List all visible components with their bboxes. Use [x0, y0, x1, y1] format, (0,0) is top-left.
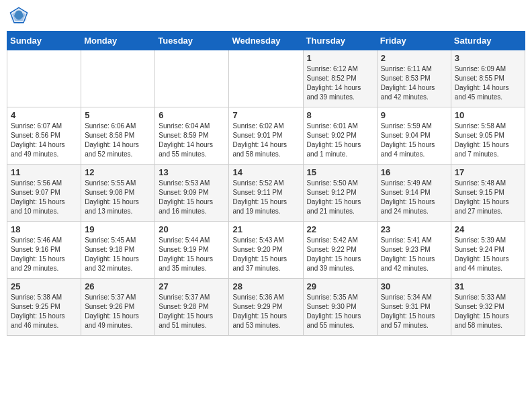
- day-number: 16: [381, 167, 447, 177]
- calendar-week-3: 11Sunrise: 5:56 AMSunset: 9:07 PMDayligh…: [7, 165, 525, 222]
- calendar-cell: 1Sunrise: 6:12 AMSunset: 8:52 PMDaylight…: [303, 50, 377, 107]
- day-number: 6: [159, 110, 225, 120]
- calendar-cell: 27Sunrise: 5:37 AMSunset: 9:28 PMDayligh…: [155, 279, 229, 336]
- day-info: Sunrise: 5:36 AMSunset: 9:29 PMDaylight:…: [232, 293, 299, 330]
- day-number: 30: [381, 281, 447, 291]
- calendar-table: SundayMondayTuesdayWednesdayThursdayFrid…: [7, 31, 525, 336]
- day-number: 13: [159, 167, 225, 177]
- day-number: 26: [85, 281, 151, 291]
- calendar-cell: 5Sunrise: 6:06 AMSunset: 8:58 PMDaylight…: [81, 107, 155, 165]
- calendar-cell: 20Sunrise: 5:44 AMSunset: 9:19 PMDayligh…: [155, 222, 229, 279]
- calendar-cell: 21Sunrise: 5:43 AMSunset: 9:20 PMDayligh…: [229, 222, 303, 279]
- day-info: Sunrise: 5:41 AMSunset: 9:23 PMDaylight:…: [381, 236, 447, 273]
- calendar-cell: 19Sunrise: 5:45 AMSunset: 9:18 PMDayligh…: [81, 222, 155, 279]
- day-info: Sunrise: 5:35 AMSunset: 9:30 PMDaylight:…: [307, 293, 373, 330]
- calendar-cell: [81, 50, 155, 107]
- day-info: Sunrise: 5:44 AMSunset: 9:19 PMDaylight:…: [159, 236, 225, 273]
- calendar-cell: 6Sunrise: 6:04 AMSunset: 8:59 PMDaylight…: [155, 107, 229, 165]
- calendar-week-4: 18Sunrise: 5:46 AMSunset: 9:16 PMDayligh…: [7, 222, 525, 279]
- day-info: Sunrise: 6:06 AMSunset: 8:58 PMDaylight:…: [85, 122, 151, 159]
- calendar-cell: 22Sunrise: 5:42 AMSunset: 9:22 PMDayligh…: [303, 222, 377, 279]
- day-info: Sunrise: 5:56 AMSunset: 9:07 PMDaylight:…: [11, 179, 77, 216]
- day-number: 18: [11, 224, 77, 234]
- weekday-header-saturday: Saturday: [451, 32, 525, 50]
- calendar-cell: [229, 50, 303, 107]
- day-number: 24: [455, 224, 521, 234]
- calendar-cell: 14Sunrise: 5:52 AMSunset: 9:11 PMDayligh…: [229, 165, 303, 222]
- day-info: Sunrise: 5:45 AMSunset: 9:18 PMDaylight:…: [85, 236, 151, 273]
- day-number: 28: [232, 281, 299, 291]
- calendar-cell: 24Sunrise: 5:39 AMSunset: 9:24 PMDayligh…: [451, 222, 525, 279]
- logo-icon: [9, 7, 28, 26]
- calendar-cell: 7Sunrise: 6:02 AMSunset: 9:01 PMDaylight…: [229, 107, 303, 165]
- calendar-cell: 15Sunrise: 5:50 AMSunset: 9:12 PMDayligh…: [303, 165, 377, 222]
- day-number: 1: [307, 53, 373, 63]
- day-info: Sunrise: 5:34 AMSunset: 9:31 PMDaylight:…: [381, 293, 447, 330]
- calendar-week-1: 1Sunrise: 6:12 AMSunset: 8:52 PMDaylight…: [7, 50, 525, 107]
- day-info: Sunrise: 6:02 AMSunset: 9:01 PMDaylight:…: [232, 122, 299, 159]
- calendar-cell: 12Sunrise: 5:55 AMSunset: 9:08 PMDayligh…: [81, 165, 155, 222]
- day-number: 12: [85, 167, 151, 177]
- day-info: Sunrise: 6:01 AMSunset: 9:02 PMDaylight:…: [307, 122, 373, 159]
- calendar-cell: 18Sunrise: 5:46 AMSunset: 9:16 PMDayligh…: [7, 222, 81, 279]
- day-number: 22: [307, 224, 373, 234]
- calendar-cell: 29Sunrise: 5:35 AMSunset: 9:30 PMDayligh…: [303, 279, 377, 336]
- day-number: 29: [307, 281, 373, 291]
- day-info: Sunrise: 6:11 AMSunset: 8:53 PMDaylight:…: [381, 64, 447, 102]
- day-number: 15: [307, 167, 373, 177]
- day-number: 10: [455, 110, 521, 120]
- calendar-cell: 30Sunrise: 5:34 AMSunset: 9:31 PMDayligh…: [377, 279, 451, 336]
- logo: [9, 7, 30, 26]
- calendar-cell: 11Sunrise: 5:56 AMSunset: 9:07 PMDayligh…: [7, 165, 81, 222]
- day-info: Sunrise: 5:33 AMSunset: 9:32 PMDaylight:…: [455, 293, 521, 330]
- day-info: Sunrise: 5:53 AMSunset: 9:09 PMDaylight:…: [159, 179, 225, 216]
- day-info: Sunrise: 5:50 AMSunset: 9:12 PMDaylight:…: [307, 179, 373, 216]
- day-info: Sunrise: 5:58 AMSunset: 9:05 PMDaylight:…: [455, 122, 521, 159]
- day-number: 11: [11, 167, 77, 177]
- day-info: Sunrise: 5:37 AMSunset: 9:26 PMDaylight:…: [85, 293, 151, 330]
- day-info: Sunrise: 5:52 AMSunset: 9:11 PMDaylight:…: [232, 179, 299, 216]
- day-info: Sunrise: 5:43 AMSunset: 9:20 PMDaylight:…: [232, 236, 299, 273]
- day-info: Sunrise: 5:38 AMSunset: 9:25 PMDaylight:…: [11, 293, 77, 330]
- calendar-cell: 23Sunrise: 5:41 AMSunset: 9:23 PMDayligh…: [377, 222, 451, 279]
- day-number: 21: [232, 224, 299, 234]
- day-number: 3: [455, 53, 521, 63]
- calendar-week-5: 25Sunrise: 5:38 AMSunset: 9:25 PMDayligh…: [7, 279, 525, 336]
- day-number: 20: [159, 224, 225, 234]
- day-number: 2: [381, 53, 447, 63]
- day-info: Sunrise: 6:04 AMSunset: 8:59 PMDaylight:…: [159, 122, 225, 159]
- calendar-week-2: 4Sunrise: 6:07 AMSunset: 8:56 PMDaylight…: [7, 107, 525, 165]
- day-info: Sunrise: 5:49 AMSunset: 9:14 PMDaylight:…: [381, 179, 447, 216]
- day-number: 23: [381, 224, 447, 234]
- weekday-header-tuesday: Tuesday: [155, 32, 229, 50]
- day-info: Sunrise: 6:07 AMSunset: 8:56 PMDaylight:…: [11, 122, 77, 159]
- day-number: 4: [11, 110, 77, 120]
- day-info: Sunrise: 5:59 AMSunset: 9:04 PMDaylight:…: [381, 122, 447, 159]
- day-number: 17: [455, 167, 521, 177]
- day-info: Sunrise: 5:42 AMSunset: 9:22 PMDaylight:…: [307, 236, 373, 273]
- day-info: Sunrise: 5:37 AMSunset: 9:28 PMDaylight:…: [159, 293, 225, 330]
- calendar-cell: 10Sunrise: 5:58 AMSunset: 9:05 PMDayligh…: [451, 107, 525, 165]
- weekday-header-sunday: Sunday: [7, 32, 81, 50]
- calendar-cell: [155, 50, 229, 107]
- weekday-header-thursday: Thursday: [303, 32, 377, 50]
- day-number: 9: [381, 110, 447, 120]
- day-info: Sunrise: 6:12 AMSunset: 8:52 PMDaylight:…: [307, 64, 373, 102]
- day-info: Sunrise: 5:55 AMSunset: 9:08 PMDaylight:…: [85, 179, 151, 216]
- calendar-cell: 3Sunrise: 6:09 AMSunset: 8:55 PMDaylight…: [451, 50, 525, 107]
- day-number: 8: [307, 110, 373, 120]
- weekday-header-row: SundayMondayTuesdayWednesdayThursdayFrid…: [7, 32, 525, 50]
- calendar-cell: [7, 50, 81, 107]
- calendar-cell: 25Sunrise: 5:38 AMSunset: 9:25 PMDayligh…: [7, 279, 81, 336]
- day-number: 31: [455, 281, 521, 291]
- page-header: [7, 7, 525, 26]
- calendar-cell: 9Sunrise: 5:59 AMSunset: 9:04 PMDaylight…: [377, 107, 451, 165]
- calendar-cell: 2Sunrise: 6:11 AMSunset: 8:53 PMDaylight…: [377, 50, 451, 107]
- day-info: Sunrise: 5:39 AMSunset: 9:24 PMDaylight:…: [455, 236, 521, 273]
- calendar-cell: 17Sunrise: 5:48 AMSunset: 9:15 PMDayligh…: [451, 165, 525, 222]
- calendar-cell: 28Sunrise: 5:36 AMSunset: 9:29 PMDayligh…: [229, 279, 303, 336]
- calendar-cell: 16Sunrise: 5:49 AMSunset: 9:14 PMDayligh…: [377, 165, 451, 222]
- weekday-header-friday: Friday: [377, 32, 451, 50]
- day-number: 7: [232, 110, 299, 120]
- calendar-cell: 31Sunrise: 5:33 AMSunset: 9:32 PMDayligh…: [451, 279, 525, 336]
